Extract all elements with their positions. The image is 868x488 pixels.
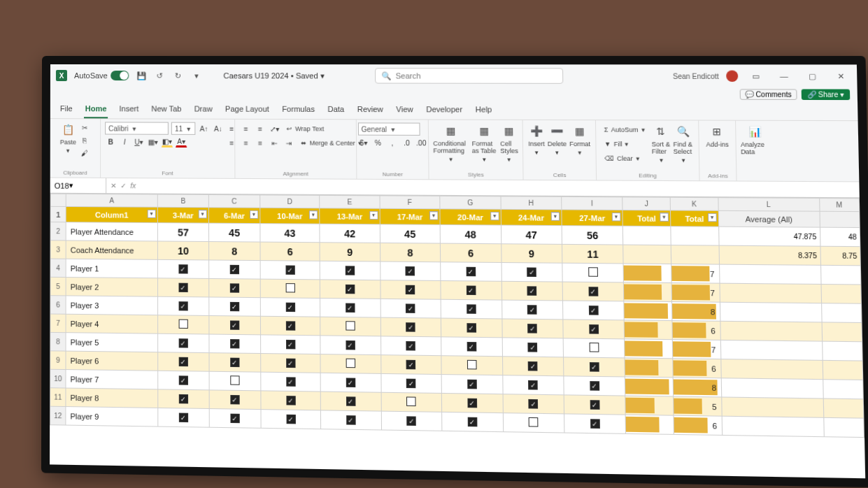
databar-cell[interactable]	[623, 264, 671, 283]
conditional-formatting-button[interactable]: ▦Conditional Formatting▾	[433, 123, 469, 163]
checkbox-icon[interactable]: ✓	[467, 380, 477, 389]
checkbox-icon[interactable]: ✓	[230, 395, 239, 405]
checkbox-icon[interactable]: ✓	[467, 305, 476, 315]
checkbox-icon[interactable]: ✓	[230, 284, 239, 293]
checkbox-cell[interactable]: ✓	[502, 375, 564, 395]
table-header-cell[interactable]: 17-Mar▾	[380, 208, 440, 224]
checkbox-cell[interactable]: ✓	[261, 410, 321, 429]
checkbox-cell[interactable]: ✓	[209, 390, 261, 410]
checkbox-icon[interactable]: ✓	[590, 419, 600, 429]
checkbox-cell[interactable]: ✓	[321, 410, 381, 430]
number-format-select[interactable]: General▾	[357, 122, 420, 136]
checkbox-icon[interactable]: ✓	[178, 264, 187, 273]
filter-dropdown-icon[interactable]: ▾	[490, 212, 499, 220]
checkbox-cell[interactable]	[260, 279, 320, 298]
checkbox-icon[interactable]: ✓	[528, 380, 538, 390]
minimize-icon[interactable]: —	[774, 72, 795, 80]
databar-cell[interactable]	[624, 301, 672, 321]
checkbox-cell[interactable]: ✓	[260, 316, 320, 336]
checkbox-icon[interactable]: ✓	[179, 338, 188, 347]
toggle-on-icon[interactable]	[111, 71, 129, 80]
checkbox-cell[interactable]: ✓	[380, 355, 441, 375]
tab-home[interactable]: Home	[84, 101, 108, 118]
column-header[interactable]: K	[670, 197, 718, 210]
checkbox-cell[interactable]: ✓	[503, 394, 564, 414]
row-header[interactable]: 2	[50, 222, 66, 241]
autosave-toggle[interactable]: AutoSave	[74, 71, 129, 80]
checkbox-icon[interactable]: ✓	[230, 321, 239, 330]
checkbox-icon[interactable]	[588, 267, 598, 277]
tab-insert[interactable]: Insert	[118, 101, 141, 118]
column-header[interactable]: E	[320, 195, 380, 208]
checkbox-icon[interactable]: ✓	[466, 267, 476, 277]
font-name-select[interactable]: Calibri▾	[105, 122, 169, 134]
row-label[interactable]: Player Attendance	[66, 222, 157, 241]
data-cell[interactable]	[623, 226, 671, 245]
checkbox-cell[interactable]: ✓	[501, 281, 563, 301]
checkbox-icon[interactable]: ✓	[529, 399, 539, 409]
checkbox-icon[interactable]: ✓	[346, 378, 356, 388]
checkbox-icon[interactable]: ✓	[467, 286, 476, 296]
table-header-cell[interactable]: 20-Mar▾	[440, 209, 501, 225]
data-cell[interactable]	[623, 245, 671, 264]
tab-pagelayout[interactable]: Page Layout	[224, 102, 271, 119]
row-header[interactable]: 5	[50, 277, 66, 296]
data-cell[interactable]	[671, 227, 719, 245]
checkbox-icon[interactable]: ✓	[178, 283, 187, 292]
checkbox-icon[interactable]: ✓	[178, 301, 187, 310]
checkbox-icon[interactable]: ✓	[230, 358, 239, 367]
decrease-font-icon[interactable]: A↓	[213, 123, 224, 134]
checkbox-icon[interactable]: ✓	[179, 413, 188, 423]
checkbox-icon[interactable]	[589, 343, 599, 352]
increase-decimal-icon[interactable]: .0	[401, 137, 413, 148]
decrease-indent-icon[interactable]: ⇤	[269, 137, 280, 148]
row-label[interactable]: Player 6	[66, 351, 158, 371]
checkbox-icon[interactable]: ✓	[467, 342, 476, 352]
checkbox-icon[interactable]: ✓	[285, 266, 294, 275]
font-color-button[interactable]: A▾	[176, 136, 187, 148]
align-middle-icon[interactable]: ≡	[241, 123, 252, 134]
checkbox-cell[interactable]: ✓	[441, 262, 501, 282]
tab-file[interactable]: File	[59, 101, 74, 118]
paste-button[interactable]: 📋Paste▾	[60, 122, 76, 154]
italic-button[interactable]: I	[119, 136, 130, 148]
row-label[interactable]: Player 1	[66, 259, 157, 278]
data-cell[interactable]: 47	[501, 225, 562, 244]
checkbox-icon[interactable]: ✓	[285, 322, 294, 331]
checkbox-cell[interactable]: ✓	[320, 373, 380, 392]
column-header[interactable]	[50, 194, 66, 206]
table-header-cell[interactable]: 24-Mar▾	[501, 209, 562, 225]
row-label[interactable]: Player 8	[66, 388, 158, 408]
data-cell[interactable]: 8	[380, 243, 441, 261]
align-center-icon[interactable]: ≡	[241, 137, 252, 148]
increase-indent-icon[interactable]: ⇥	[283, 137, 294, 148]
row-label[interactable]: Player 7	[66, 370, 158, 389]
tab-formulas[interactable]: Formulas	[280, 102, 316, 119]
table-header-cell[interactable]: 3-Mar▾	[157, 207, 208, 223]
checkbox-cell[interactable]	[381, 392, 442, 412]
checkbox-cell[interactable]: ✓	[441, 375, 502, 394]
checkbox-icon[interactable]: ✓	[527, 268, 536, 278]
checkbox-icon[interactable]: ✓	[467, 323, 476, 333]
filter-dropdown-icon[interactable]: ▾	[429, 211, 439, 220]
checkbox-cell[interactable]: ✓	[442, 412, 503, 431]
checkbox-icon[interactable]: ✓	[590, 381, 599, 391]
checkbox-icon[interactable]: ✓	[527, 287, 537, 296]
font-size-select[interactable]: 11▾	[171, 122, 195, 135]
checkbox-cell[interactable]: ✓	[209, 334, 261, 353]
data-cell[interactable]: 9	[320, 243, 380, 261]
checkbox-icon[interactable]: ✓	[528, 343, 538, 352]
data-cell[interactable]: 11	[562, 244, 623, 264]
checkbox-cell[interactable]: ✓	[209, 353, 261, 373]
databar-cell[interactable]	[625, 320, 673, 340]
copy-icon[interactable]: ⎘	[79, 134, 90, 145]
filter-dropdown-icon[interactable]: ▾	[660, 213, 669, 221]
checkbox-cell[interactable]	[320, 317, 380, 336]
row-header[interactable]: 9	[50, 351, 66, 370]
row-label[interactable]: Player 3	[66, 296, 158, 315]
checkbox-cell[interactable]: ✓	[260, 298, 320, 317]
checkbox-cell[interactable]	[320, 354, 380, 374]
comma-icon[interactable]: ,	[387, 137, 399, 148]
column-header[interactable]: B	[157, 194, 208, 208]
insert-cells-button[interactable]: ➕Insert▾	[528, 123, 545, 156]
